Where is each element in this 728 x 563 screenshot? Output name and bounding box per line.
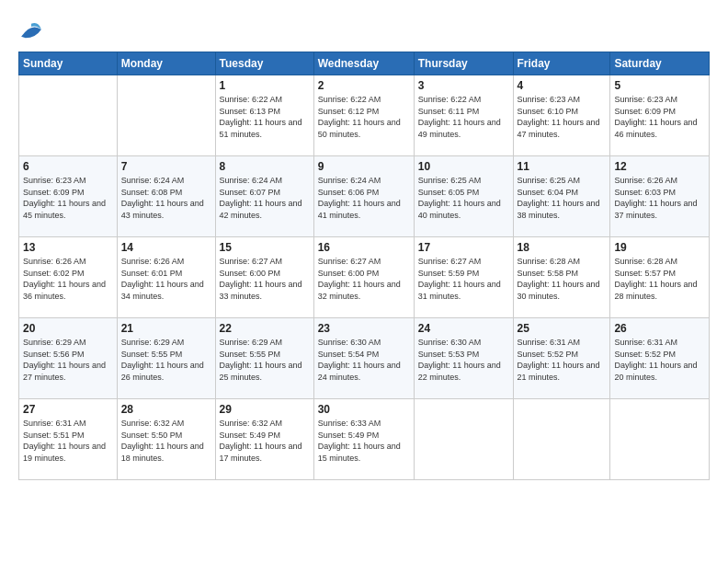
cell-content: Sunrise: 6:33 AM Sunset: 5:49 PM Dayligh… <box>318 418 410 464</box>
calendar-cell: 1Sunrise: 6:22 AM Sunset: 6:13 PM Daylig… <box>215 75 313 156</box>
calendar-cell: 28Sunrise: 6:32 AM Sunset: 5:50 PM Dayli… <box>117 399 215 480</box>
calendar-cell <box>513 399 610 480</box>
cell-content: Sunrise: 6:31 AM Sunset: 5:52 PM Dayligh… <box>614 337 705 383</box>
day-number: 18 <box>518 241 607 254</box>
day-number: 1 <box>220 79 310 92</box>
calendar-cell: 16Sunrise: 6:27 AM Sunset: 6:00 PM Dayli… <box>313 237 414 318</box>
day-number: 27 <box>23 403 113 416</box>
cell-content: Sunrise: 6:31 AM Sunset: 5:52 PM Dayligh… <box>518 337 607 383</box>
day-number: 17 <box>418 241 509 254</box>
day-number: 13 <box>23 241 113 254</box>
day-number: 10 <box>418 160 509 173</box>
cell-content: Sunrise: 6:24 AM Sunset: 6:06 PM Dayligh… <box>318 175 410 221</box>
calendar-week-row: 13Sunrise: 6:26 AM Sunset: 6:02 PM Dayli… <box>19 237 710 318</box>
day-number: 20 <box>23 322 113 335</box>
day-number: 28 <box>121 403 211 416</box>
logo-icon <box>18 17 44 42</box>
day-number: 24 <box>418 322 509 335</box>
calendar-cell <box>610 399 710 480</box>
cell-content: Sunrise: 6:22 AM Sunset: 6:12 PM Dayligh… <box>318 94 410 140</box>
calendar-cell: 30Sunrise: 6:33 AM Sunset: 5:49 PM Dayli… <box>313 399 414 480</box>
calendar-cell: 26Sunrise: 6:31 AM Sunset: 5:52 PM Dayli… <box>610 318 710 399</box>
day-number: 9 <box>318 160 410 173</box>
calendar-cell: 7Sunrise: 6:24 AM Sunset: 6:08 PM Daylig… <box>117 156 215 237</box>
calendar-week-row: 6Sunrise: 6:23 AM Sunset: 6:09 PM Daylig… <box>19 156 710 237</box>
day-number: 21 <box>121 322 211 335</box>
weekday-header: Sunday <box>19 52 118 75</box>
logo <box>18 17 48 42</box>
cell-content: Sunrise: 6:32 AM Sunset: 5:50 PM Dayligh… <box>121 418 211 464</box>
calendar-cell: 25Sunrise: 6:31 AM Sunset: 5:52 PM Dayli… <box>513 318 610 399</box>
day-number: 5 <box>614 79 705 92</box>
calendar-header-row: SundayMondayTuesdayWednesdayThursdayFrid… <box>19 52 710 75</box>
cell-content: Sunrise: 6:22 AM Sunset: 6:13 PM Dayligh… <box>220 94 310 140</box>
calendar-cell: 11Sunrise: 6:25 AM Sunset: 6:04 PM Dayli… <box>513 156 610 237</box>
calendar-cell: 18Sunrise: 6:28 AM Sunset: 5:58 PM Dayli… <box>513 237 610 318</box>
cell-content: Sunrise: 6:27 AM Sunset: 6:00 PM Dayligh… <box>220 256 310 302</box>
calendar-cell: 17Sunrise: 6:27 AM Sunset: 5:59 PM Dayli… <box>414 237 513 318</box>
day-number: 19 <box>614 241 705 254</box>
calendar-cell: 13Sunrise: 6:26 AM Sunset: 6:02 PM Dayli… <box>19 237 118 318</box>
cell-content: Sunrise: 6:25 AM Sunset: 6:04 PM Dayligh… <box>518 175 607 221</box>
cell-content: Sunrise: 6:27 AM Sunset: 6:00 PM Dayligh… <box>318 256 410 302</box>
calendar-cell <box>414 399 513 480</box>
calendar-cell: 29Sunrise: 6:32 AM Sunset: 5:49 PM Dayli… <box>215 399 313 480</box>
cell-content: Sunrise: 6:29 AM Sunset: 5:55 PM Dayligh… <box>121 337 211 383</box>
calendar-week-row: 27Sunrise: 6:31 AM Sunset: 5:51 PM Dayli… <box>19 399 710 480</box>
cell-content: Sunrise: 6:29 AM Sunset: 5:56 PM Dayligh… <box>23 337 113 383</box>
calendar-cell: 27Sunrise: 6:31 AM Sunset: 5:51 PM Dayli… <box>19 399 118 480</box>
cell-content: Sunrise: 6:30 AM Sunset: 5:54 PM Dayligh… <box>318 337 410 383</box>
cell-content: Sunrise: 6:26 AM Sunset: 6:01 PM Dayligh… <box>121 256 211 302</box>
day-number: 23 <box>318 322 410 335</box>
calendar-cell: 9Sunrise: 6:24 AM Sunset: 6:06 PM Daylig… <box>313 156 414 237</box>
cell-content: Sunrise: 6:26 AM Sunset: 6:02 PM Dayligh… <box>23 256 113 302</box>
weekday-header: Wednesday <box>313 52 414 75</box>
weekday-header: Friday <box>513 52 610 75</box>
weekday-header: Monday <box>117 52 215 75</box>
calendar-week-row: 20Sunrise: 6:29 AM Sunset: 5:56 PM Dayli… <box>19 318 710 399</box>
cell-content: Sunrise: 6:23 AM Sunset: 6:09 PM Dayligh… <box>23 175 113 221</box>
header <box>18 17 710 42</box>
cell-content: Sunrise: 6:24 AM Sunset: 6:07 PM Dayligh… <box>220 175 310 221</box>
calendar-cell: 8Sunrise: 6:24 AM Sunset: 6:07 PM Daylig… <box>215 156 313 237</box>
day-number: 16 <box>318 241 410 254</box>
calendar-cell <box>19 75 118 156</box>
cell-content: Sunrise: 6:26 AM Sunset: 6:03 PM Dayligh… <box>614 175 705 221</box>
calendar-cell: 22Sunrise: 6:29 AM Sunset: 5:55 PM Dayli… <box>215 318 313 399</box>
cell-content: Sunrise: 6:23 AM Sunset: 6:10 PM Dayligh… <box>518 94 607 140</box>
day-number: 15 <box>220 241 310 254</box>
cell-content: Sunrise: 6:23 AM Sunset: 6:09 PM Dayligh… <box>614 94 705 140</box>
day-number: 3 <box>418 79 509 92</box>
calendar: SundayMondayTuesdayWednesdayThursdayFrid… <box>18 52 710 480</box>
calendar-week-row: 1Sunrise: 6:22 AM Sunset: 6:13 PM Daylig… <box>19 75 710 156</box>
calendar-cell: 24Sunrise: 6:30 AM Sunset: 5:53 PM Dayli… <box>414 318 513 399</box>
cell-content: Sunrise: 6:22 AM Sunset: 6:11 PM Dayligh… <box>418 94 509 140</box>
calendar-cell: 3Sunrise: 6:22 AM Sunset: 6:11 PM Daylig… <box>414 75 513 156</box>
cell-content: Sunrise: 6:31 AM Sunset: 5:51 PM Dayligh… <box>23 418 113 464</box>
calendar-cell: 10Sunrise: 6:25 AM Sunset: 6:05 PM Dayli… <box>414 156 513 237</box>
day-number: 26 <box>614 322 705 335</box>
day-number: 8 <box>220 160 310 173</box>
cell-content: Sunrise: 6:25 AM Sunset: 6:05 PM Dayligh… <box>418 175 509 221</box>
cell-content: Sunrise: 6:24 AM Sunset: 6:08 PM Dayligh… <box>121 175 211 221</box>
calendar-cell: 14Sunrise: 6:26 AM Sunset: 6:01 PM Dayli… <box>117 237 215 318</box>
day-number: 25 <box>518 322 607 335</box>
cell-content: Sunrise: 6:28 AM Sunset: 5:58 PM Dayligh… <box>518 256 607 302</box>
calendar-cell: 12Sunrise: 6:26 AM Sunset: 6:03 PM Dayli… <box>610 156 710 237</box>
day-number: 14 <box>121 241 211 254</box>
calendar-cell: 19Sunrise: 6:28 AM Sunset: 5:57 PM Dayli… <box>610 237 710 318</box>
weekday-header: Thursday <box>414 52 513 75</box>
weekday-header: Saturday <box>610 52 710 75</box>
day-number: 22 <box>220 322 310 335</box>
cell-content: Sunrise: 6:27 AM Sunset: 5:59 PM Dayligh… <box>418 256 509 302</box>
day-number: 7 <box>121 160 211 173</box>
cell-content: Sunrise: 6:29 AM Sunset: 5:55 PM Dayligh… <box>220 337 310 383</box>
calendar-cell <box>117 75 215 156</box>
day-number: 6 <box>23 160 113 173</box>
day-number: 11 <box>518 160 607 173</box>
calendar-cell: 5Sunrise: 6:23 AM Sunset: 6:09 PM Daylig… <box>610 75 710 156</box>
day-number: 2 <box>318 79 410 92</box>
calendar-cell: 2Sunrise: 6:22 AM Sunset: 6:12 PM Daylig… <box>313 75 414 156</box>
cell-content: Sunrise: 6:28 AM Sunset: 5:57 PM Dayligh… <box>614 256 705 302</box>
calendar-cell: 23Sunrise: 6:30 AM Sunset: 5:54 PM Dayli… <box>313 318 414 399</box>
